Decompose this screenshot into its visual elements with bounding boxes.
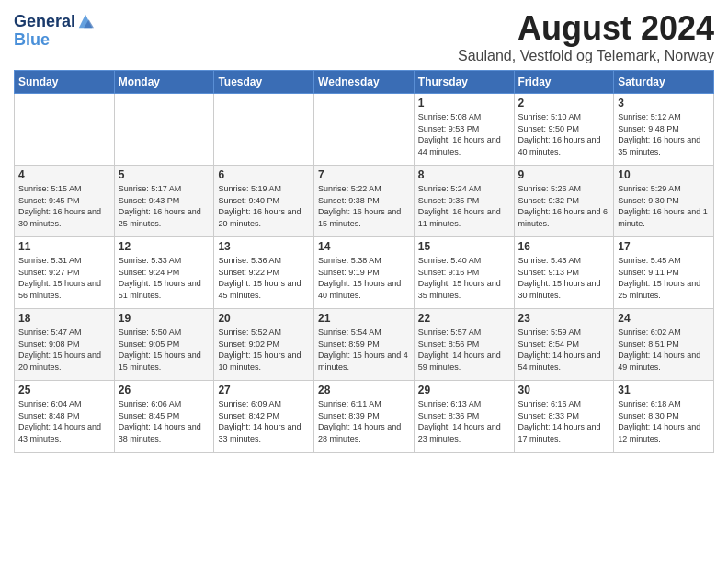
week-row-2: 4Sunrise: 5:15 AMSunset: 9:45 PMDaylight… <box>15 166 714 237</box>
calendar-header: Sunday Monday Tuesday Wednesday Thursday… <box>15 71 714 94</box>
calendar-cell: 13Sunrise: 5:36 AMSunset: 9:22 PMDayligh… <box>214 237 314 309</box>
calendar-cell: 11Sunrise: 5:31 AMSunset: 9:27 PMDayligh… <box>15 237 115 309</box>
calendar-cell: 10Sunrise: 5:29 AMSunset: 9:30 PMDayligh… <box>614 166 714 237</box>
day-number: 22 <box>418 312 510 325</box>
calendar-cell: 22Sunrise: 5:57 AMSunset: 8:56 PMDayligh… <box>414 309 514 381</box>
day-number: 10 <box>618 168 710 181</box>
week-row-3: 11Sunrise: 5:31 AMSunset: 9:27 PMDayligh… <box>15 237 714 309</box>
page: General Blue August 2024 Sauland, Vestfo… <box>0 0 728 462</box>
calendar-cell: 3Sunrise: 5:12 AMSunset: 9:48 PMDaylight… <box>614 94 714 166</box>
day-info: Sunrise: 5:10 AMSunset: 9:50 PMDaylight:… <box>518 111 610 157</box>
col-monday: Monday <box>114 71 214 94</box>
day-number: 17 <box>618 240 710 253</box>
day-info: Sunrise: 5:26 AMSunset: 9:32 PMDaylight:… <box>518 183 610 229</box>
day-info: Sunrise: 6:11 AMSunset: 8:39 PMDaylight:… <box>318 398 410 444</box>
day-number: 20 <box>218 312 310 325</box>
day-info: Sunrise: 5:22 AMSunset: 9:38 PMDaylight:… <box>318 183 410 229</box>
day-info: Sunrise: 5:40 AMSunset: 9:16 PMDaylight:… <box>418 255 510 301</box>
day-number: 23 <box>518 312 610 325</box>
day-number: 25 <box>18 384 110 396</box>
calendar-cell: 20Sunrise: 5:52 AMSunset: 9:02 PMDayligh… <box>214 309 314 381</box>
calendar-cell: 2Sunrise: 5:10 AMSunset: 9:50 PMDaylight… <box>514 94 614 166</box>
calendar-cell: 31Sunrise: 6:18 AMSunset: 8:30 PMDayligh… <box>614 381 714 453</box>
day-info: Sunrise: 5:38 AMSunset: 9:19 PMDaylight:… <box>318 255 410 301</box>
day-info: Sunrise: 5:45 AMSunset: 9:11 PMDaylight:… <box>618 255 710 301</box>
day-info: Sunrise: 5:19 AMSunset: 9:40 PMDaylight:… <box>218 183 310 229</box>
day-info: Sunrise: 5:52 AMSunset: 9:02 PMDaylight:… <box>218 327 310 373</box>
day-number: 2 <box>518 97 610 109</box>
day-info: Sunrise: 5:43 AMSunset: 9:13 PMDaylight:… <box>518 255 610 301</box>
calendar-cell: 6Sunrise: 5:19 AMSunset: 9:40 PMDaylight… <box>214 166 314 237</box>
calendar-cell: 9Sunrise: 5:26 AMSunset: 9:32 PMDaylight… <box>514 166 614 237</box>
day-number: 13 <box>218 240 310 253</box>
calendar-cell: 28Sunrise: 6:11 AMSunset: 8:39 PMDayligh… <box>314 381 415 453</box>
calendar-cell: 5Sunrise: 5:17 AMSunset: 9:43 PMDaylight… <box>114 166 214 237</box>
calendar-cell: 19Sunrise: 5:50 AMSunset: 9:05 PMDayligh… <box>114 309 214 381</box>
day-number: 1 <box>418 97 510 109</box>
day-info: Sunrise: 5:12 AMSunset: 9:48 PMDaylight:… <box>618 111 710 157</box>
day-info: Sunrise: 5:57 AMSunset: 8:56 PMDaylight:… <box>418 327 510 373</box>
day-number: 26 <box>119 384 210 396</box>
col-tuesday: Tuesday <box>214 71 314 94</box>
calendar-cell <box>214 94 314 166</box>
day-number: 8 <box>418 168 510 181</box>
day-number: 3 <box>618 97 710 109</box>
day-info: Sunrise: 6:16 AMSunset: 8:33 PMDaylight:… <box>518 398 610 444</box>
calendar-cell: 26Sunrise: 6:06 AMSunset: 8:45 PMDayligh… <box>114 381 214 453</box>
day-number: 11 <box>18 240 110 253</box>
main-title: August 2024 <box>458 9 714 48</box>
calendar-cell <box>314 94 415 166</box>
day-info: Sunrise: 5:15 AMSunset: 9:45 PMDaylight:… <box>18 183 110 229</box>
day-number: 5 <box>119 168 210 181</box>
day-info: Sunrise: 6:13 AMSunset: 8:36 PMDaylight:… <box>418 398 510 444</box>
day-info: Sunrise: 5:08 AMSunset: 9:53 PMDaylight:… <box>418 111 510 157</box>
calendar-cell: 27Sunrise: 6:09 AMSunset: 8:42 PMDayligh… <box>214 381 314 453</box>
day-number: 6 <box>218 168 310 181</box>
col-saturday: Saturday <box>614 71 714 94</box>
day-number: 24 <box>618 312 710 325</box>
col-sunday: Sunday <box>15 71 115 94</box>
calendar-table: Sunday Monday Tuesday Wednesday Thursday… <box>14 70 714 453</box>
day-number: 21 <box>318 312 410 325</box>
day-info: Sunrise: 5:54 AMSunset: 8:59 PMDaylight:… <box>318 327 410 373</box>
calendar-cell: 8Sunrise: 5:24 AMSunset: 9:35 PMDaylight… <box>414 166 514 237</box>
calendar-cell: 23Sunrise: 5:59 AMSunset: 8:54 PMDayligh… <box>514 309 614 381</box>
day-number: 27 <box>218 384 310 396</box>
day-info: Sunrise: 5:50 AMSunset: 9:05 PMDaylight:… <box>119 327 210 373</box>
day-info: Sunrise: 6:18 AMSunset: 8:30 PMDaylight:… <box>618 398 710 444</box>
day-info: Sunrise: 5:24 AMSunset: 9:35 PMDaylight:… <box>418 183 510 229</box>
day-number: 19 <box>119 312 210 325</box>
calendar-cell: 18Sunrise: 5:47 AMSunset: 9:08 PMDayligh… <box>15 309 115 381</box>
calendar-cell: 4Sunrise: 5:15 AMSunset: 9:45 PMDaylight… <box>15 166 115 237</box>
day-number: 31 <box>618 384 710 396</box>
calendar-cell: 14Sunrise: 5:38 AMSunset: 9:19 PMDayligh… <box>314 237 415 309</box>
col-thursday: Thursday <box>414 71 514 94</box>
day-number: 9 <box>518 168 610 181</box>
day-info: Sunrise: 5:59 AMSunset: 8:54 PMDaylight:… <box>518 327 610 373</box>
header-row: Sunday Monday Tuesday Wednesday Thursday… <box>15 71 714 94</box>
week-row-1: 1Sunrise: 5:08 AMSunset: 9:53 PMDaylight… <box>15 94 714 166</box>
logo-text: General <box>14 13 75 31</box>
day-info: Sunrise: 6:09 AMSunset: 8:42 PMDaylight:… <box>218 398 310 444</box>
day-number: 12 <box>119 240 210 253</box>
calendar-cell: 16Sunrise: 5:43 AMSunset: 9:13 PMDayligh… <box>514 237 614 309</box>
day-number: 30 <box>518 384 610 396</box>
day-number: 4 <box>18 168 110 181</box>
calendar-cell: 7Sunrise: 5:22 AMSunset: 9:38 PMDaylight… <box>314 166 415 237</box>
calendar-cell: 21Sunrise: 5:54 AMSunset: 8:59 PMDayligh… <box>314 309 415 381</box>
calendar-cell: 17Sunrise: 5:45 AMSunset: 9:11 PMDayligh… <box>614 237 714 309</box>
col-wednesday: Wednesday <box>314 71 415 94</box>
subtitle: Sauland, Vestfold og Telemark, Norway <box>458 48 714 64</box>
day-info: Sunrise: 5:47 AMSunset: 9:08 PMDaylight:… <box>18 327 110 373</box>
calendar-cell: 25Sunrise: 6:04 AMSunset: 8:48 PMDayligh… <box>15 381 115 453</box>
day-info: Sunrise: 5:33 AMSunset: 9:24 PMDaylight:… <box>119 255 210 301</box>
title-block: August 2024 Sauland, Vestfold og Telemar… <box>458 9 714 64</box>
day-number: 18 <box>18 312 110 325</box>
calendar-cell: 1Sunrise: 5:08 AMSunset: 9:53 PMDaylight… <box>414 94 514 166</box>
calendar-cell: 12Sunrise: 5:33 AMSunset: 9:24 PMDayligh… <box>114 237 214 309</box>
day-number: 29 <box>418 384 510 396</box>
logo-blue: Blue <box>14 30 50 49</box>
logo-icon <box>77 13 94 29</box>
day-number: 14 <box>318 240 410 253</box>
day-info: Sunrise: 6:04 AMSunset: 8:48 PMDaylight:… <box>18 398 110 444</box>
